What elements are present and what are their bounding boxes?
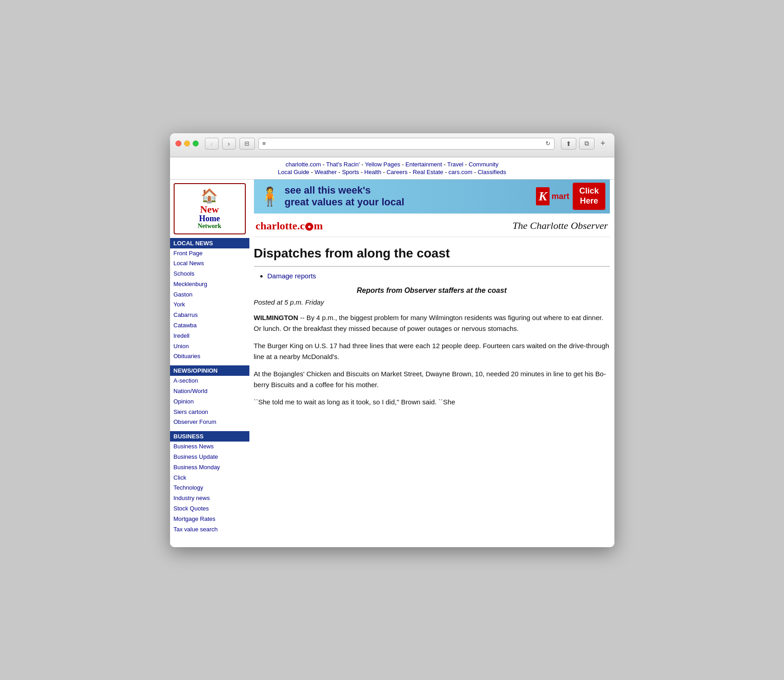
article-posted: Posted at 5 p.m. Friday: [254, 298, 610, 306]
sidebar-item-a-section[interactable]: A-section: [170, 376, 249, 386]
banner-ad[interactable]: 🧍 see all this week's great values at yo…: [254, 180, 610, 214]
nav-link-weather[interactable]: Weather: [315, 169, 337, 175]
article-title: Dispatches from along the coast: [254, 242, 610, 267]
logo-text-home: Home: [198, 214, 221, 223]
banner-text: see all this week's great values at your…: [281, 185, 536, 209]
charlotte-logo: charlotte.c●m: [256, 220, 323, 232]
sidebar-item-business-monday[interactable]: Business Monday: [170, 462, 249, 473]
section-header-news-opinion: NEWS/OPINION: [170, 365, 249, 376]
top-navigation: charlotte.com - That's Racin' - Yellow P…: [170, 157, 614, 180]
browser-right-buttons: ⬆ ⧉ +: [561, 138, 609, 150]
logo-area[interactable]: 🏠 New Home Network: [174, 183, 246, 234]
sidebar-item-schools[interactable]: Schools: [170, 269, 249, 279]
browser-content: charlotte.com - That's Racin' - Yellow P…: [170, 157, 614, 547]
section-header-local-news: LOCAL NEWS: [170, 238, 249, 248]
address-bar-menu-icon: ≡: [263, 140, 266, 147]
browser-chrome: ‹ › ⊟ ≡ ↻ ⬆ ⧉ +: [170, 133, 614, 157]
sidebar-item-cabarrus[interactable]: Cabarrus: [170, 310, 249, 321]
nav-link-community[interactable]: Community: [468, 161, 498, 168]
sidebar-item-mortgage-rates[interactable]: Mortgage Rates: [170, 514, 249, 525]
sidebar-item-catawba[interactable]: Catawba: [170, 321, 249, 331]
kmart-k: K: [536, 187, 550, 205]
forward-button[interactable]: ›: [222, 138, 236, 150]
content-area: 🧍 see all this week's great values at yo…: [249, 180, 614, 544]
house-icon: 🏠: [198, 188, 221, 204]
observer-logo: The Charlotte Observer: [512, 220, 608, 232]
sidebar-toggle-icon: ⊟: [244, 140, 249, 147]
sidebar-item-stock-quotes[interactable]: Stock Quotes: [170, 504, 249, 514]
article-paragraph-3: At the Bojangles' Chicken and Biscuits o…: [254, 369, 610, 390]
sidebar: 🏠 New Home Network LOCAL NEWS Front Page…: [170, 180, 249, 544]
sidebar-item-opinion[interactable]: Opinion: [170, 397, 249, 407]
kmart-logo: K mart: [536, 187, 570, 205]
address-bar[interactable]: ≡ ↻: [258, 138, 555, 150]
nav-link-health[interactable]: Health: [364, 169, 381, 175]
tabs-button[interactable]: ⧉: [579, 138, 594, 150]
main-layout: 🏠 New Home Network LOCAL NEWS Front Page…: [170, 180, 614, 544]
article-bullet-list: Damage reports: [254, 272, 610, 280]
logo-text-new: New: [198, 204, 221, 214]
logo-text-network: Network: [198, 223, 221, 230]
sidebar-item-union[interactable]: Union: [170, 341, 249, 352]
nav-link-classifieds[interactable]: Classifieds: [477, 169, 506, 175]
nav-link-careers[interactable]: Careers: [386, 169, 407, 175]
sidebar-item-obituaries[interactable]: Obituaries: [170, 351, 249, 362]
banner-text-line2: great values at your local: [285, 196, 532, 208]
nav-link-sports[interactable]: Sports: [342, 169, 359, 175]
top-nav-line1: charlotte.com - That's Racin' - Yellow P…: [175, 161, 610, 168]
banner-figure: 🧍: [258, 186, 281, 207]
nav-link-travel[interactable]: Travel: [447, 161, 463, 168]
nav-link-cars[interactable]: cars.com: [448, 169, 472, 175]
share-icon: ⬆: [566, 140, 571, 147]
minimize-button[interactable]: [184, 141, 190, 146]
click-here-button[interactable]: ClickHere: [573, 183, 605, 209]
sidebar-item-industry-news[interactable]: Industry news: [170, 493, 249, 504]
site-header: charlotte.c●m The Charlotte Observer: [254, 217, 610, 237]
kmart-mart: mart: [551, 192, 569, 201]
nav-link-yellow-pages[interactable]: Yellow Pages: [365, 161, 400, 168]
section-header-business: BUSINESS: [170, 431, 249, 442]
traffic-lights: [175, 141, 199, 146]
logo: 🏠 New Home Network: [198, 188, 221, 230]
new-tab-button[interactable]: +: [597, 138, 609, 150]
reload-icon[interactable]: ↻: [545, 140, 550, 147]
nav-link-thats-racin[interactable]: That's Racin': [326, 161, 360, 168]
sidebar-item-york[interactable]: York: [170, 300, 249, 310]
sidebar-item-observer-forum[interactable]: Observer Forum: [170, 417, 249, 427]
sidebar-item-mecklenburg[interactable]: Mecklenburg: [170, 279, 249, 290]
share-button[interactable]: ⬆: [561, 138, 576, 150]
article-paragraph-1: WILMINGTON -- By 4 p.m., the biggest pro…: [254, 312, 610, 334]
nav-link-real-estate[interactable]: Real Estate: [413, 169, 443, 175]
sidebar-toggle-button[interactable]: ⊟: [239, 138, 255, 150]
article-body: WILMINGTON -- By 4 p.m., the biggest pro…: [254, 312, 610, 408]
browser-window: ‹ › ⊟ ≡ ↻ ⬆ ⧉ +: [170, 133, 614, 547]
sidebar-item-click[interactable]: Click: [170, 473, 249, 483]
sidebar-item-business-update[interactable]: Business Update: [170, 452, 249, 462]
article-paragraph-2: The Burger King on U.S. 17 had three lin…: [254, 340, 610, 362]
close-button[interactable]: [175, 141, 181, 146]
nav-link-entertainment[interactable]: Entertainment: [405, 161, 442, 168]
sidebar-item-tax-value-search[interactable]: Tax value search: [170, 525, 249, 535]
nav-link-charlottecom[interactable]: charlotte.com: [286, 161, 321, 168]
article-subtitle: Reports from Observer staffers at the co…: [254, 287, 610, 295]
damage-reports-link[interactable]: Damage reports: [268, 272, 317, 280]
sidebar-item-siers-cartoon[interactable]: Siers cartoon: [170, 407, 249, 418]
top-nav-line2: Local Guide - Weather - Sports - Health …: [175, 169, 610, 175]
tabs-icon: ⧉: [584, 140, 589, 147]
maximize-button[interactable]: [193, 141, 199, 146]
sidebar-item-business-news[interactable]: Business News: [170, 442, 249, 452]
back-button[interactable]: ‹: [205, 138, 219, 150]
sidebar-item-local-news[interactable]: Local News: [170, 258, 249, 269]
nav-link-local-guide[interactable]: Local Guide: [278, 169, 309, 175]
sidebar-item-technology[interactable]: Technology: [170, 483, 249, 493]
banner-text-line1: see all this week's: [285, 185, 532, 196]
charlotte-dot: ●: [305, 223, 313, 231]
sidebar-item-iredell[interactable]: Iredell: [170, 331, 249, 341]
article-paragraph-4: ``She told me to wait as long as it took…: [254, 397, 610, 408]
sidebar-item-gaston[interactable]: Gaston: [170, 290, 249, 300]
sidebar-item-front-page[interactable]: Front Page: [170, 248, 249, 259]
sidebar-item-nation-world[interactable]: Nation/World: [170, 386, 249, 397]
